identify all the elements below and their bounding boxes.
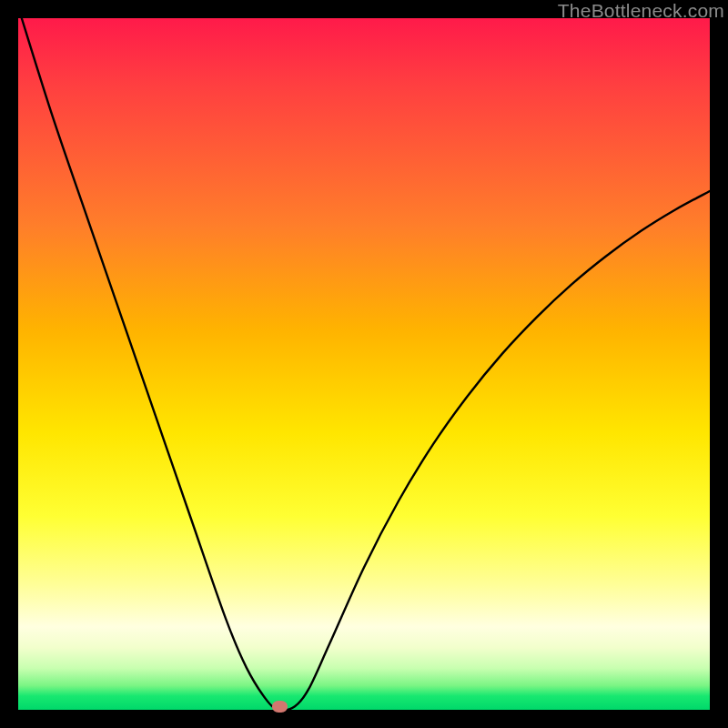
bottleneck-curve-path <box>22 18 710 710</box>
watermark-text: TheBottleneck.com <box>558 0 724 22</box>
chart-frame <box>18 18 710 710</box>
optimum-marker <box>272 701 288 713</box>
bottleneck-curve-svg <box>18 18 710 710</box>
